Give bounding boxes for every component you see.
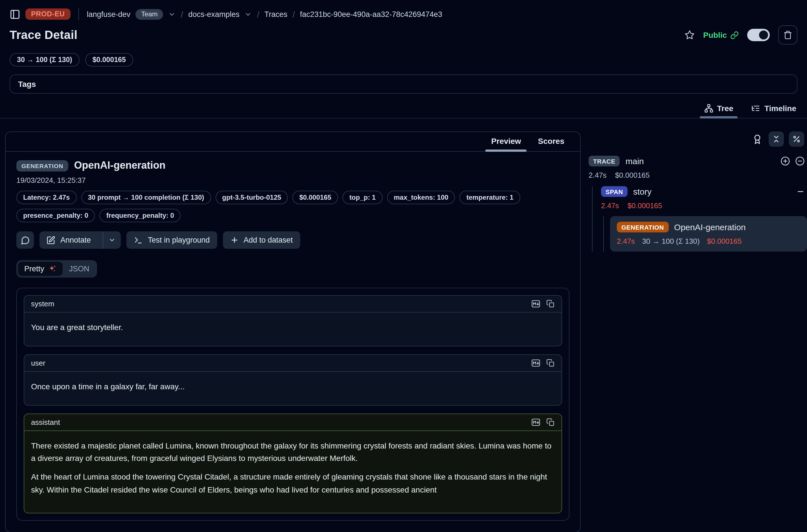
trash-icon: [783, 31, 792, 39]
observation-type-badge: GENERATION: [16, 160, 68, 171]
message-user: user Once upon a time in: [24, 354, 562, 406]
tree-panel-toolbar: [588, 131, 807, 147]
tab-tree[interactable]: Tree: [703, 101, 734, 118]
copy-icon[interactable]: [546, 359, 555, 367]
chevron-down-icon: [108, 236, 116, 244]
main-content: Preview Scores GENERATION OpenAI-generat…: [0, 131, 807, 532]
trace-children: SPAN story 2.47s $0.000165: [592, 186, 807, 252]
chevron-down-icon[interactable]: [168, 11, 176, 18]
message-content: There existed a majestic planet called L…: [24, 431, 562, 513]
breadcrumb-trace-id: fac231bc-90ee-490a-aa32-78c4269474e3: [300, 10, 442, 18]
trace-detail-page: PROD-EU langfuse-dev Team / docs-example…: [0, 0, 807, 532]
message-header: system: [24, 296, 562, 312]
message-role: assistant: [31, 418, 60, 426]
tab-timeline-label: Timeline: [764, 104, 796, 113]
annotate-split-button: Annotate: [39, 231, 121, 249]
delete-trace-button[interactable]: [778, 25, 797, 44]
observation-timestamp: 19/03/2024, 15:25:37: [16, 176, 569, 185]
tags-input[interactable]: Tags: [10, 74, 797, 94]
markdown-toggle-icon[interactable]: [531, 299, 541, 309]
breadcrumb-separator: /: [181, 9, 183, 19]
copy-icon[interactable]: [546, 300, 555, 308]
plus-icon: [230, 236, 239, 244]
pretty-label: Pretty: [24, 265, 44, 273]
messages-container: system You are a great s: [16, 288, 569, 520]
span-cost: $0.000165: [627, 202, 662, 210]
trace-cost: $0.000165: [615, 171, 650, 179]
breadcrumb-org[interactable]: langfuse-dev: [87, 10, 131, 18]
org-type-badge: Team: [135, 9, 163, 19]
tree-node-generation-selected[interactable]: GENERATION OpenAI-generation 2.47s 30 → …: [610, 216, 807, 252]
expand-all-icon[interactable]: [781, 156, 790, 166]
page-title: Trace Detail: [10, 28, 78, 42]
breadcrumb-project[interactable]: docs-examples: [188, 10, 240, 18]
add-to-dataset-label: Add to dataset: [244, 236, 293, 244]
annotate-button[interactable]: Annotate: [39, 231, 98, 249]
card-body: GENERATION OpenAI-generation 19/03/2024,…: [6, 152, 580, 520]
tab-scores[interactable]: Scores: [537, 132, 565, 151]
format-json-segment[interactable]: JSON: [63, 262, 96, 276]
tab-preview[interactable]: Preview: [490, 132, 522, 151]
tree-icon: [704, 104, 713, 113]
token-usage-badge: 30 prompt → 100 completion (Σ 130): [81, 191, 211, 204]
collapse-all-button[interactable]: [769, 131, 784, 147]
minus-icon[interactable]: [796, 187, 805, 196]
tab-timeline[interactable]: Timeline: [750, 101, 797, 118]
generation-latency: 2.47s: [617, 237, 635, 245]
annotate-dropdown-button[interactable]: [103, 231, 121, 249]
max-tokens-badge: max_tokens: 100: [387, 191, 455, 204]
chevron-down-icon[interactable]: [245, 11, 252, 18]
observation-card: Preview Scores GENERATION OpenAI-generat…: [5, 131, 581, 532]
sparkles-icon: [48, 265, 57, 273]
markdown-toggle-icon[interactable]: [531, 358, 541, 368]
format-toggle: Pretty JSON: [16, 260, 97, 278]
public-label: Public: [703, 31, 727, 39]
message-content: You are a great storyteller.: [24, 312, 562, 346]
span-type-badge: SPAN: [601, 186, 627, 197]
public-toggle[interactable]: [747, 29, 770, 41]
span-latency: 2.47s: [601, 202, 619, 210]
public-link[interactable]: Public: [703, 31, 739, 39]
collapse-node-icon[interactable]: [795, 156, 805, 166]
trace-metrics: 2.47s $0.000165: [588, 171, 807, 179]
model-badge[interactable]: gpt-3.5-turbo-0125: [215, 191, 288, 204]
sidebar-toggle-icon[interactable]: [10, 9, 20, 19]
annotate-label: Annotate: [60, 236, 91, 244]
title-row: Trace Detail Public: [0, 25, 807, 44]
tree-node-span[interactable]: SPAN story 2.47s $0.000165: [601, 186, 807, 252]
message-role: system: [31, 300, 54, 308]
json-label: JSON: [69, 265, 90, 273]
comment-button[interactable]: [16, 231, 34, 249]
format-pretty-segment[interactable]: Pretty: [18, 262, 63, 276]
award-icon[interactable]: [752, 134, 763, 144]
show-percentages-button[interactable]: [789, 131, 804, 147]
copy-icon[interactable]: [546, 418, 555, 426]
top-bar: PROD-EU langfuse-dev Team / docs-example…: [0, 0, 807, 21]
breadcrumb-traces[interactable]: Traces: [264, 10, 287, 18]
generation-name: OpenAI-generation: [674, 222, 746, 232]
markdown-toggle-icon[interactable]: [531, 417, 541, 427]
tab-tree-label: Tree: [717, 104, 733, 113]
observation-pills-row-2: presence_penalty: 0 frequency_penalty: 0: [16, 209, 569, 222]
environment-badge[interactable]: PROD-EU: [25, 8, 71, 20]
observation-pills-row-1: Latency: 2.47s 30 prompt → 100 completio…: [16, 191, 569, 204]
actions-row: Annotate Test in playground: [16, 231, 569, 249]
trace-name: main: [625, 156, 644, 166]
star-icon[interactable]: [684, 30, 695, 40]
test-in-playground-button[interactable]: Test in playground: [126, 231, 217, 249]
span-children: GENERATION OpenAI-generation 2.47s 30 → …: [603, 216, 807, 252]
toggle-knob: [759, 31, 768, 39]
edit-icon: [46, 235, 55, 245]
trace-latency: 2.47s: [588, 171, 607, 179]
span-metrics: 2.47s $0.000165: [601, 202, 807, 210]
tree-node-trace[interactable]: TRACE main: [588, 156, 807, 167]
link-icon: [730, 31, 739, 39]
header-actions: Public: [684, 25, 797, 44]
trace-badges-row: 30 → 100 (Σ 130) $0.000165: [0, 44, 807, 66]
generation-tokens: 30 → 100 (Σ 130): [642, 237, 700, 245]
observation-name: OpenAI-generation: [74, 160, 165, 171]
trace-tree-panel: TRACE main 2.47s $0.000165: [581, 131, 807, 252]
add-to-dataset-button[interactable]: Add to dataset: [223, 231, 300, 249]
message-content: Once upon a time in a galaxy far, far aw…: [24, 372, 562, 405]
percent-icon: [792, 135, 801, 143]
